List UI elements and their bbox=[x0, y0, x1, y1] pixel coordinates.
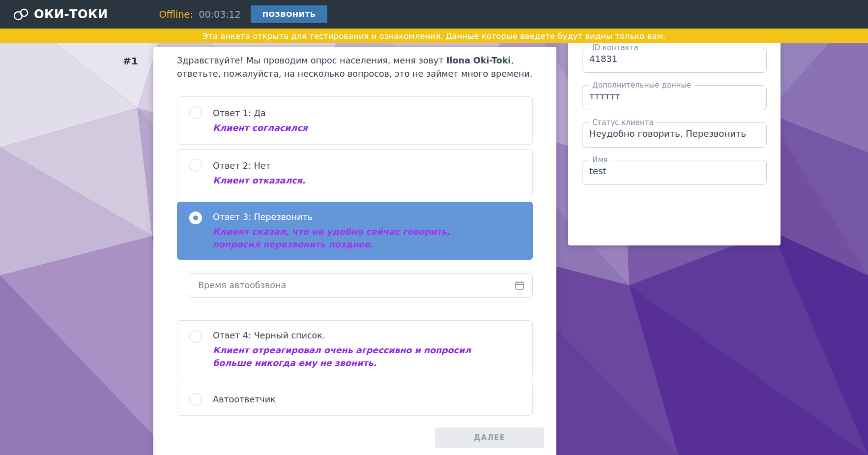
call-button[interactable]: ПОЗВОНИТЬ bbox=[251, 5, 328, 23]
answer-option-4[interactable]: Ответ 4: Черный список. Клиент отреагиро… bbox=[177, 320, 533, 378]
calendar-icon[interactable] bbox=[515, 280, 524, 290]
radio-button[interactable] bbox=[189, 330, 202, 343]
contact-status-input[interactable] bbox=[587, 127, 761, 143]
option-comment: Клиент отреагировал очень агрессивно и п… bbox=[213, 344, 473, 369]
survey-card: #1 Здравствуйте! Мы проводим опрос насел… bbox=[153, 47, 556, 455]
next-button-row: ДАЛЕЕ bbox=[177, 427, 533, 448]
status-label: Offline: bbox=[159, 9, 193, 20]
logo: ОКИ-ТОКИ bbox=[13, 6, 108, 22]
question-agent-name: Ilona Oki-Toki bbox=[446, 56, 511, 65]
next-button[interactable]: ДАЛЕЕ bbox=[435, 427, 544, 448]
option-label: Ответ 3: Перезвонить bbox=[213, 211, 521, 223]
radio-button[interactable] bbox=[189, 393, 202, 406]
radio-button[interactable] bbox=[189, 159, 202, 172]
top-bar: ОКИ-ТОКИ Offline: 00:03:12 ПОЗВОНИТЬ bbox=[0, 0, 868, 29]
banner-text: Эта анкета открыта для тестирования и оз… bbox=[203, 31, 665, 41]
contact-field-status: Статус клиента bbox=[582, 118, 767, 148]
field-label: ID контакта bbox=[589, 43, 641, 52]
contact-id-input[interactable] bbox=[587, 52, 761, 68]
contact-extra-input[interactable] bbox=[587, 90, 761, 105]
contact-field-id: ID контакта bbox=[582, 43, 767, 73]
option-comment: Клиент сказал, что не удобно сейчас гово… bbox=[213, 225, 473, 251]
field-label: Дополнительные данные bbox=[589, 81, 694, 90]
answer-option-5[interactable]: Автоответчик bbox=[177, 383, 533, 416]
option-label: Ответ 4: Черный список. bbox=[213, 329, 521, 342]
answer-option-1[interactable]: Ответ 1: Да Клиент согласился bbox=[177, 96, 533, 145]
answer-option-2[interactable]: Ответ 2: Нет Клиент отказался. bbox=[177, 149, 533, 197]
autodial-time-field[interactable] bbox=[189, 273, 533, 298]
status-timer: 00:03:12 bbox=[199, 9, 240, 20]
option-label: Автоответчик bbox=[213, 393, 276, 406]
field-label: Имя bbox=[589, 155, 611, 164]
contact-name-input[interactable] bbox=[587, 164, 761, 180]
contact-field-name: Имя bbox=[582, 155, 767, 185]
option-comment: Клиент отказался. bbox=[213, 174, 473, 187]
question-text: Здравствуйте! Мы проводим опрос населени… bbox=[177, 54, 533, 81]
question-number: #1 bbox=[123, 55, 145, 67]
field-label: Статус клиента bbox=[589, 118, 656, 127]
question-prefix: Здравствуйте! Мы проводим опрос населени… bbox=[177, 56, 446, 65]
cloud-logo-icon bbox=[13, 6, 29, 22]
option-label: Ответ 2: Нет bbox=[213, 159, 521, 172]
radio-button-selected[interactable] bbox=[189, 212, 202, 224]
option-comment: Клиент согласился bbox=[213, 121, 473, 134]
radio-button[interactable] bbox=[189, 106, 202, 119]
answer-options: Ответ 1: Да Клиент согласился Ответ 2: Н… bbox=[177, 96, 533, 416]
answer-option-3-selected[interactable]: Ответ 3: Перезвонить Клиент сказал, что … bbox=[177, 202, 533, 260]
contact-panel: ID контакта Дополнительные данные Статус… bbox=[568, 43, 781, 245]
test-notice-banner: Эта анкета открыта для тестирования и оз… bbox=[0, 29, 868, 43]
autodial-time-input[interactable] bbox=[197, 280, 515, 291]
logo-text: ОКИ-ТОКИ bbox=[34, 7, 108, 21]
option-label: Ответ 1: Да bbox=[213, 107, 521, 120]
contact-field-extra: Дополнительные данные bbox=[582, 81, 767, 110]
connection-status: Offline: 00:03:12 bbox=[159, 9, 241, 20]
